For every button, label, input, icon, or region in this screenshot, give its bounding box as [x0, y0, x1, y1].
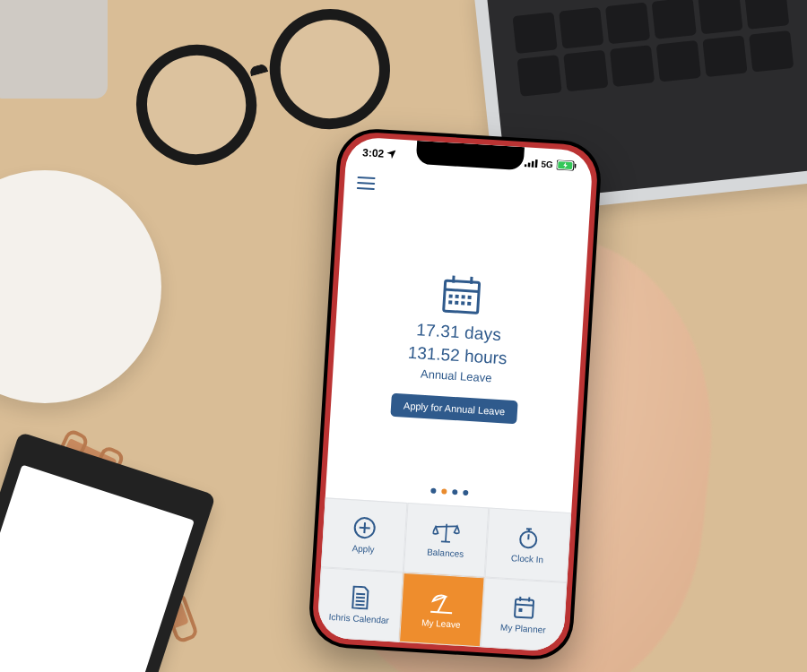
svg-line-36	[516, 605, 534, 606]
pager-dot[interactable]	[430, 488, 436, 494]
svg-rect-15	[448, 300, 452, 304]
tile-apply[interactable]: Apply	[321, 497, 407, 572]
signal-icon	[524, 158, 538, 168]
svg-rect-6	[575, 163, 577, 168]
tile-label: My Leave	[421, 617, 461, 630]
svg-rect-13	[461, 295, 464, 298]
stopwatch-icon	[516, 526, 542, 551]
plate-prop	[0, 170, 161, 403]
svg-rect-3	[534, 159, 537, 168]
tile-balances[interactable]: Balances	[403, 503, 489, 577]
status-network: 5G	[541, 159, 553, 169]
leave-type: Annual Leave	[421, 366, 492, 384]
tile-label: Ichris Calendar	[328, 612, 389, 625]
phone-screen: 3:02 5G	[317, 136, 594, 652]
svg-rect-1	[527, 162, 530, 167]
leave-days: 17.31 days	[416, 320, 502, 345]
svg-rect-16	[455, 300, 458, 304]
svg-rect-12	[455, 294, 458, 297]
svg-rect-35	[515, 599, 534, 618]
nav-grid: Apply Balances Clock In	[317, 497, 571, 651]
calendar-icon	[438, 271, 485, 318]
svg-rect-17	[461, 301, 464, 305]
leave-hours: 131.52 hours	[407, 342, 508, 368]
svg-line-32	[355, 605, 364, 606]
svg-line-30	[356, 598, 365, 599]
svg-line-21	[360, 528, 370, 529]
tile-label: Balances	[427, 547, 464, 558]
phone-frame: 3:02 5G	[308, 127, 603, 662]
svg-rect-14	[467, 295, 471, 298]
svg-rect-11	[448, 294, 452, 297]
vase-prop	[0, 0, 108, 99]
leave-summary-card: 17.31 days 131.52 hours Annual Leave App…	[325, 197, 590, 513]
svg-rect-39	[518, 608, 522, 612]
svg-rect-2	[531, 161, 534, 168]
tile-calendar[interactable]: Ichris Calendar	[317, 567, 403, 642]
tile-clockin[interactable]: Clock In	[485, 508, 571, 582]
pager-dot[interactable]	[452, 489, 457, 495]
tile-label: Clock In	[511, 553, 544, 564]
tile-myplanner[interactable]: My Planner	[481, 577, 567, 651]
scales-icon	[432, 521, 460, 545]
svg-line-34	[431, 612, 453, 613]
planner-icon	[513, 595, 536, 619]
svg-line-8	[445, 289, 479, 291]
pager-dot[interactable]	[463, 490, 468, 495]
location-icon	[386, 150, 396, 159]
svg-rect-0	[524, 164, 526, 167]
document-icon	[350, 585, 371, 609]
pager-dot[interactable]	[441, 488, 447, 494]
menu-button[interactable]	[357, 177, 376, 190]
svg-line-24	[441, 541, 450, 542]
svg-rect-18	[467, 301, 471, 305]
svg-line-31	[356, 601, 365, 602]
beach-umbrella-icon	[429, 590, 456, 616]
apply-leave-button[interactable]: Apply for Annual Leave	[390, 392, 517, 424]
status-time: 3:02	[362, 146, 385, 159]
plus-circle-icon	[352, 515, 377, 540]
tile-myleave[interactable]: My Leave	[399, 573, 485, 647]
tile-label: Apply	[351, 543, 375, 555]
tile-label: My Planner	[500, 623, 546, 635]
battery-icon	[557, 159, 577, 170]
svg-line-29	[356, 594, 365, 595]
desk-scene: 3:02 5G	[0, 0, 807, 672]
